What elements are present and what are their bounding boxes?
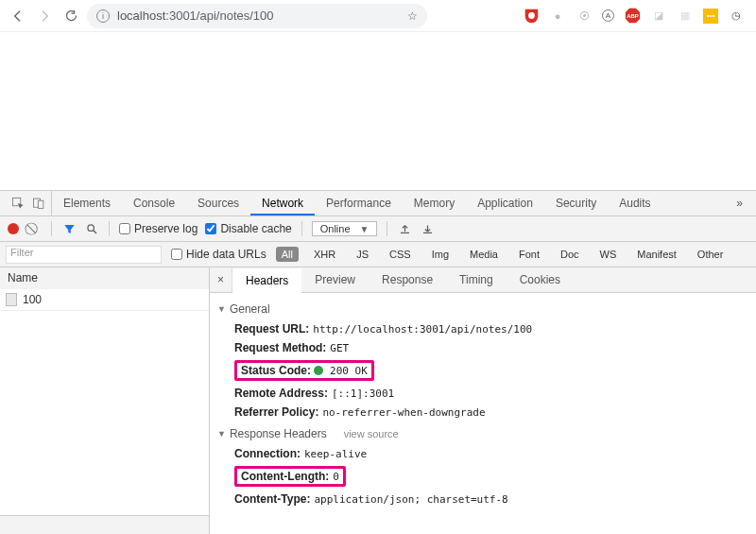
filter-icon[interactable] <box>61 221 77 236</box>
request-method-key: Request Method: <box>234 341 326 354</box>
tab-memory[interactable]: Memory <box>403 191 466 215</box>
subtab-timing[interactable]: Timing <box>446 267 507 292</box>
filter-type-manifest[interactable]: Manifest <box>631 247 682 262</box>
content-length-highlight: Content-Length:0 <box>234 466 346 487</box>
tab-sources[interactable]: Sources <box>186 191 250 215</box>
request-details: × Headers Preview Response Timing Cookie… <box>210 267 756 534</box>
record-button[interactable] <box>8 223 19 234</box>
tab-application[interactable]: Application <box>466 191 544 215</box>
tab-performance[interactable]: Performance <box>315 191 403 215</box>
file-icon <box>6 293 17 306</box>
address-bar[interactable]: i localhost:3001/api/notes/100 ☆ <box>87 4 427 28</box>
svg-rect-5 <box>38 200 43 208</box>
remote-address-key: Remote Address: <box>234 387 328 400</box>
filter-type-media[interactable]: Media <box>464 247 504 262</box>
throttling-value: Online <box>320 223 351 234</box>
reload-button[interactable] <box>60 6 81 26</box>
extension-icon[interactable]: ● <box>549 8 566 25</box>
star-icon[interactable]: ☆ <box>407 9 418 23</box>
tab-network[interactable]: Network <box>250 191 315 215</box>
svg-point-0 <box>528 12 535 19</box>
disclosure-triangle-icon: ▼ <box>217 429 226 439</box>
url-text: localhost:3001/api/notes/100 <box>117 9 274 23</box>
disable-cache-checkbox[interactable]: Disable cache <box>205 222 291 235</box>
svg-text:ABP: ABP <box>627 13 639 19</box>
detail-subtabs: × Headers Preview Response Timing Cookie… <box>210 267 756 293</box>
tabs-overflow-icon[interactable]: » <box>729 191 750 215</box>
content-type-key: Content-Type: <box>234 492 310 506</box>
search-icon[interactable] <box>84 221 99 236</box>
close-details-icon[interactable]: × <box>210 267 232 292</box>
response-headers-section: ▼Response Headersview source Connection:… <box>217 427 748 508</box>
filter-type-xhr[interactable]: XHR <box>308 247 341 262</box>
inspect-icon[interactable] <box>11 197 25 210</box>
request-row[interactable]: 100 <box>0 289 209 311</box>
status-code-value: 200 OK <box>330 365 368 377</box>
url-host: localhost <box>117 9 165 23</box>
upload-har-icon[interactable] <box>397 221 412 236</box>
filter-type-doc[interactable]: Doc <box>555 247 585 262</box>
request-list: Name 100 <box>0 267 210 534</box>
page-viewport <box>0 32 756 190</box>
tab-console[interactable]: Console <box>122 191 186 215</box>
back-button[interactable] <box>8 6 28 26</box>
connection-value: keep-alive <box>304 448 367 460</box>
extension-icon[interactable]: ◪ <box>650 8 667 25</box>
headers-body: ▼General Request URL:http://localhost:30… <box>210 293 756 534</box>
hide-data-urls-checkbox[interactable]: Hide data URLs <box>171 248 266 261</box>
status-dot-icon <box>314 366 323 375</box>
section-title-general[interactable]: ▼General <box>217 302 748 316</box>
hide-data-urls-label: Hide data URLs <box>186 248 266 261</box>
filter-type-ws[interactable]: WS <box>594 247 623 262</box>
ublock-icon[interactable] <box>523 8 540 25</box>
subtab-preview[interactable]: Preview <box>301 267 369 292</box>
extension-icon[interactable]: ▦ <box>677 8 694 25</box>
download-har-icon[interactable] <box>420 221 435 236</box>
devtools-tabs: Elements Console Sources Network Perform… <box>0 191 756 216</box>
subtab-headers[interactable]: Headers <box>232 268 301 293</box>
view-source-link[interactable]: view source <box>344 428 399 439</box>
chevron-down-icon: ▼ <box>360 224 369 234</box>
tab-audits[interactable]: Audits <box>608 191 662 215</box>
connection-key: Connection: <box>234 447 301 460</box>
filter-type-img[interactable]: Img <box>426 247 455 262</box>
status-code-highlight: Status Code:200 OK <box>234 360 374 381</box>
browser-toolbar: i localhost:3001/api/notes/100 ☆ ● ⦿ A A… <box>0 0 756 32</box>
status-code-key: Status Code: <box>241 364 311 377</box>
general-section: ▼General Request URL:http://localhost:30… <box>217 302 748 422</box>
device-toggle-icon[interactable] <box>32 197 45 210</box>
summary-bar <box>0 515 209 534</box>
svg-point-6 <box>87 224 94 231</box>
referrer-policy-value: no-referrer-when-downgrade <box>322 406 485 419</box>
filter-type-all[interactable]: All <box>276 247 299 262</box>
devtools-panel: Elements Console Sources Network Perform… <box>0 190 756 534</box>
content-length-key: Content-Length: <box>241 470 329 483</box>
filter-type-js[interactable]: JS <box>351 247 374 262</box>
section-title-response-headers[interactable]: ▼Response Headersview source <box>217 427 748 440</box>
subtab-cookies[interactable]: Cookies <box>507 267 574 292</box>
throttling-select[interactable]: Online▼ <box>312 221 378 236</box>
forward-button[interactable] <box>34 6 55 26</box>
extension-icon[interactable]: A <box>602 9 614 22</box>
extension-icon[interactable]: ••• <box>703 9 718 24</box>
request-name: 100 <box>23 293 42 306</box>
name-column-header[interactable]: Name <box>0 267 209 289</box>
tab-elements[interactable]: Elements <box>52 191 122 215</box>
extension-icon[interactable]: ◷ <box>728 8 745 25</box>
filter-type-font[interactable]: Font <box>513 247 545 262</box>
preserve-log-checkbox[interactable]: Preserve log <box>119 222 198 235</box>
site-info-icon[interactable]: i <box>96 9 110 23</box>
extension-icon[interactable]: ⦿ <box>576 8 593 25</box>
tab-security[interactable]: Security <box>544 191 608 215</box>
filter-type-other[interactable]: Other <box>692 247 730 262</box>
filter-input[interactable]: Filter <box>6 246 162 264</box>
adblock-icon[interactable]: ABP <box>624 8 641 25</box>
remote-address-value: [::1]:3001 <box>332 388 394 400</box>
url-path: :3001/api/notes/100 <box>165 9 273 23</box>
filter-type-css[interactable]: CSS <box>384 247 417 262</box>
request-url-value: http://localhost:3001/api/notes/100 <box>313 323 532 336</box>
extension-icons: ● ⦿ A ABP ◪ ▦ ••• ◷ <box>523 8 748 25</box>
request-url-key: Request URL: <box>234 322 309 336</box>
subtab-response[interactable]: Response <box>369 267 446 292</box>
clear-icon[interactable]: ⃠ <box>26 221 42 236</box>
